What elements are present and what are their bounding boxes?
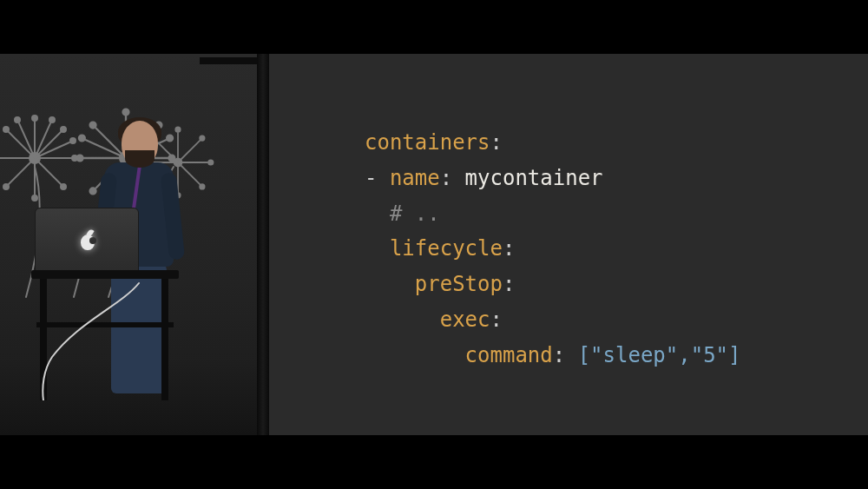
svg-point-4 — [61, 127, 66, 132]
colon: : — [490, 130, 503, 155]
cable — [26, 279, 148, 400]
svg-point-25 — [123, 109, 129, 116]
letterbox-top — [0, 0, 868, 54]
colon: : — [503, 236, 515, 261]
svg-point-52 — [200, 135, 204, 140]
yaml-code-block: containers: - name: mycontainer # .. lif… — [365, 125, 741, 373]
lighting-rig-pole — [257, 54, 269, 435]
svg-line-9 — [9, 132, 35, 158]
yaml-key: name — [390, 166, 440, 190]
yaml-key: exec — [440, 307, 490, 332]
podium-top — [31, 270, 179, 279]
svg-line-19 — [19, 123, 35, 158]
svg-point-22 — [70, 138, 76, 143]
svg-line-7 — [35, 158, 61, 184]
yaml-key: containers — [365, 130, 490, 155]
content-row: containers: - name: mycontainer # .. lif… — [0, 54, 868, 435]
letterbox-bottom — [0, 435, 868, 489]
speaker-panel — [0, 54, 269, 435]
svg-point-54 — [208, 160, 213, 164]
slide-panel: containers: - name: mycontainer # .. lif… — [269, 54, 868, 435]
svg-point-35 — [77, 155, 83, 162]
svg-point-14 — [3, 184, 9, 189]
svg-point-16 — [32, 195, 37, 201]
apple-logo-icon — [81, 235, 95, 250]
svg-point-10 — [3, 127, 9, 132]
yaml-key: preStop — [415, 272, 503, 296]
svg-point-43 — [79, 135, 85, 142]
presenter-beard — [125, 150, 155, 168]
yaml-array: ["sleep","5"] — [578, 343, 741, 367]
colon: : — [503, 272, 515, 296]
svg-point-8 — [61, 184, 66, 189]
svg-point-2 — [32, 116, 37, 121]
svg-point-62 — [200, 184, 204, 188]
svg-line-3 — [35, 132, 61, 158]
podium-leg — [161, 279, 168, 400]
svg-point-20 — [15, 117, 20, 122]
colon: : — [490, 307, 503, 332]
svg-line-13 — [9, 158, 35, 184]
svg-point-18 — [49, 117, 55, 122]
yaml-value: mycontainer — [465, 166, 603, 190]
video-frame: containers: - name: mycontainer # .. lif… — [0, 0, 868, 489]
yaml-comment: # .. — [390, 202, 440, 226]
laptop — [35, 208, 139, 277]
yaml-dash: - — [365, 166, 390, 190]
colon: : — [553, 343, 565, 367]
yaml-key: lifecycle — [390, 236, 503, 261]
colon: : — [440, 166, 452, 190]
yaml-key: command — [465, 343, 553, 367]
